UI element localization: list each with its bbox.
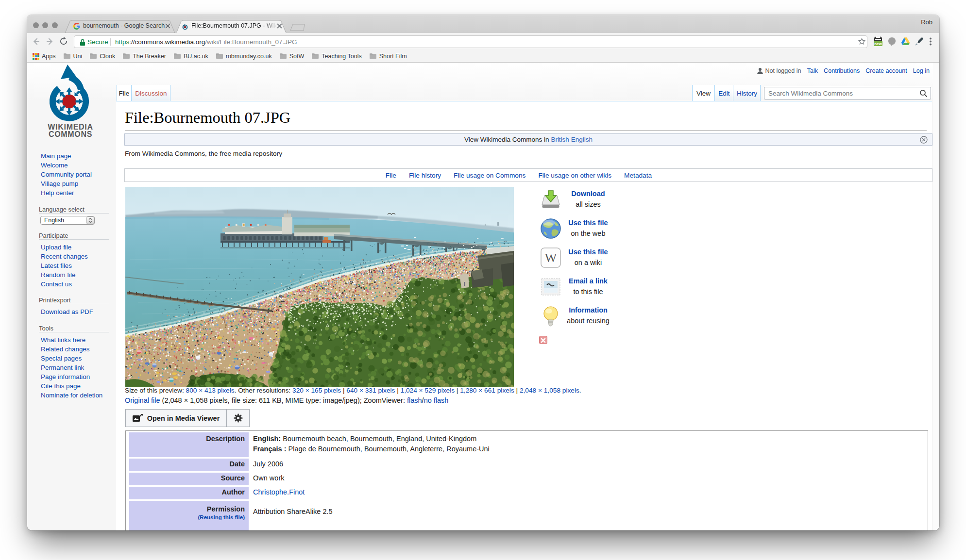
svg-text:new: new — [874, 42, 882, 46]
